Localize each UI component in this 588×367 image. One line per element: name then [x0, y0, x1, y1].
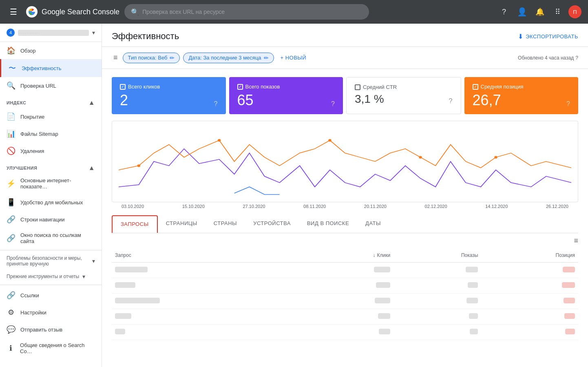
sort-down-icon: ↓ [373, 252, 376, 258]
table-row[interactable] [112, 263, 578, 278]
table-row[interactable] [112, 309, 578, 325]
property-num: 4 [7, 29, 15, 37]
sidebar-security-label: Проблемы безопасности и меры, принятые в… [7, 255, 89, 267]
sidebar-item-label: Общие сведения о Search Co… [20, 342, 95, 354]
sidebar-item-label: Ссылки [20, 292, 39, 298]
search-bar[interactable]: 🔍 [124, 4, 369, 20]
sidebar-item-label: Отправить отзыв [20, 327, 62, 333]
tab-dates[interactable]: ДАТЫ [357, 215, 389, 233]
improvements-collapse-icon[interactable]: ▲ [88, 164, 95, 172]
tab-countries[interactable]: СТРАНЫ [206, 215, 245, 233]
metric-help-icon[interactable]: ? [331, 100, 335, 108]
sitemap-icon: 📊 [7, 129, 15, 138]
table-row[interactable] [112, 325, 578, 340]
divider [0, 285, 102, 285]
metrics-row: Всего кликов 2 ? Всего показов 65 ? [102, 69, 588, 114]
filter-search-type[interactable]: Тип поиска: Веб ✏ [123, 53, 180, 63]
edit-icon: ✏ [264, 55, 269, 61]
table-section: ≡ Запрос ↓ Клики [102, 233, 588, 347]
metric-checkbox-impressions[interactable] [237, 84, 243, 90]
sidebar-item-label: Проверка URL [20, 83, 56, 89]
metric-help-icon[interactable]: ? [214, 100, 218, 108]
accounts-button[interactable]: 👤 [515, 4, 529, 19]
tab-search-type[interactable]: ВИД В ПОИСКЕ [299, 215, 357, 233]
sidebar-item-label: Файлы Sitemap [20, 131, 58, 137]
help-icon: ? [502, 8, 506, 16]
sidebar-item-links[interactable]: 🔗 Ссылки [0, 287, 102, 304]
metric-card-impressions[interactable]: Всего показов 65 ? [229, 77, 343, 114]
sidebar-item-settings[interactable]: ⚙ Настройки [0, 304, 102, 321]
search-input[interactable] [142, 9, 363, 15]
app-brand: Google Search Console [25, 5, 119, 18]
metric-card-position[interactable]: Средняя позиция 26,7 ? [464, 77, 579, 114]
col-header-position: Позиция [481, 248, 578, 263]
metric-checkbox-ctr[interactable] [355, 84, 360, 90]
sidebar-item-url-inspection[interactable]: 🔍 Проверка URL [0, 77, 102, 94]
table-filter-icon[interactable]: ≡ [574, 237, 578, 245]
metric-card-ctr[interactable]: Средний CTR 3,1 % ? [346, 77, 461, 114]
sidebar-item-label: Строки навигации [20, 217, 65, 223]
avatar[interactable]: П [568, 5, 581, 18]
sidebar-item-about[interactable]: ℹ Общие сведения о Search Co… [0, 338, 102, 358]
app-title: Google Search Console [42, 8, 119, 16]
table-row[interactable] [112, 294, 578, 309]
info-icon: ℹ [7, 344, 15, 353]
metric-checkbox-position[interactable] [473, 84, 478, 90]
queries-table: Запрос ↓ Клики Показы Позиция [112, 248, 578, 340]
metric-checkbox-clicks[interactable] [120, 84, 126, 90]
index-collapse-icon[interactable]: ▲ [88, 99, 95, 106]
index-section-header: Индекс ▲ [0, 94, 102, 108]
performance-chart [119, 128, 571, 195]
sidebar-item-sitemaps[interactable]: 📊 Файлы Sitemap [0, 125, 102, 142]
sidebar-item-removals[interactable]: 🚫 Удаления [0, 142, 102, 159]
help-small-icon[interactable]: ? [575, 55, 578, 61]
tab-queries[interactable]: ЗАПРОСЫ [112, 215, 158, 233]
tab-devices[interactable]: УСТРОЙСТВА [245, 215, 299, 233]
sidebar-item-mobile[interactable]: 📱 Удобство для мобильных [0, 194, 102, 211]
new-filter-button[interactable]: + НОВЫЙ [277, 53, 310, 62]
metric-card-clicks[interactable]: Всего кликов 2 ? [112, 77, 226, 114]
sidebar-item-sitelinks[interactable]: 🔗 Окно поиска по ссылкам сайта [0, 228, 102, 248]
sidebar-item-performance[interactable]: 〜 Эффективность [0, 59, 102, 77]
menu-icon[interactable]: ☰ [7, 4, 20, 20]
property-selector[interactable]: 4 ··············· ▾ [0, 24, 102, 42]
sidebar-item-label: Окно поиска по ссылкам сайта [20, 232, 95, 244]
col-header-query: Запрос [112, 248, 304, 263]
nav-icons: ? 👤 🔔 ⠿ П [497, 4, 581, 19]
sitelinks-icon: 🔗 [7, 234, 15, 243]
sidebar-item-security[interactable]: Проблемы безопасности и меры, принятые в… [0, 252, 102, 270]
sidebar-item-core-vitals[interactable]: ⚡ Основные интернет-показате… [0, 173, 102, 194]
table-filter-row: ≡ [112, 233, 578, 248]
help-button[interactable]: ? [497, 4, 511, 19]
sidebar-item-breadcrumbs[interactable]: 🔗 Строки навигации [0, 211, 102, 228]
search-icon: 🔍 [131, 8, 139, 16]
apps-button[interactable]: ⠿ [550, 4, 565, 19]
chevron-down-icon: ▾ [92, 258, 95, 264]
sidebar-item-coverage[interactable]: 📄 Покрытие [0, 108, 102, 125]
improvements-section-header: Улучшения ▲ [0, 159, 102, 173]
main-content: Эффективность ⬇ ЭКСПОРТИРОВАТЬ ≡ Тип пои… [102, 24, 588, 367]
notifications-button[interactable]: 🔔 [533, 4, 547, 19]
sidebar-item-label: Настройки [20, 310, 46, 316]
metric-help-icon[interactable]: ? [566, 100, 570, 108]
filter-date-range[interactable]: Дата: За последние 3 месяца ✏ [183, 53, 274, 63]
links-icon: 🔗 [7, 291, 15, 300]
svg-point-5 [494, 156, 497, 159]
chart-area: 03.10.2020 15.10.2020 27.10.2020 08.11.2… [102, 114, 588, 209]
export-button[interactable]: ⬇ ЭКСПОРТИРОВАТЬ [518, 33, 578, 40]
table-row[interactable] [112, 278, 578, 294]
sidebar-item-feedback[interactable]: 💬 Отправить отзыв [0, 321, 102, 338]
col-header-clicks[interactable]: ↓ Клики [304, 248, 394, 263]
sidebar-item-overview[interactable]: 🏠 Обзор [0, 42, 102, 59]
divider [0, 250, 102, 250]
chart-dates: 03.10.2020 15.10.2020 27.10.2020 08.11.2… [112, 202, 578, 209]
metric-help-icon[interactable]: ? [449, 97, 453, 105]
settings-icon: ⚙ [7, 308, 15, 317]
filter-icon[interactable]: ≡ [112, 52, 119, 64]
mobile-icon: 📱 [7, 198, 15, 207]
tab-pages[interactable]: СТРАНИЦЫ [158, 215, 206, 233]
svg-point-1 [137, 164, 140, 167]
edit-icon: ✏ [170, 55, 175, 61]
sidebar-item-legacy[interactable]: Прежние инструменты и отчеты ▾ [0, 270, 102, 283]
accounts-icon: 👤 [517, 7, 527, 17]
